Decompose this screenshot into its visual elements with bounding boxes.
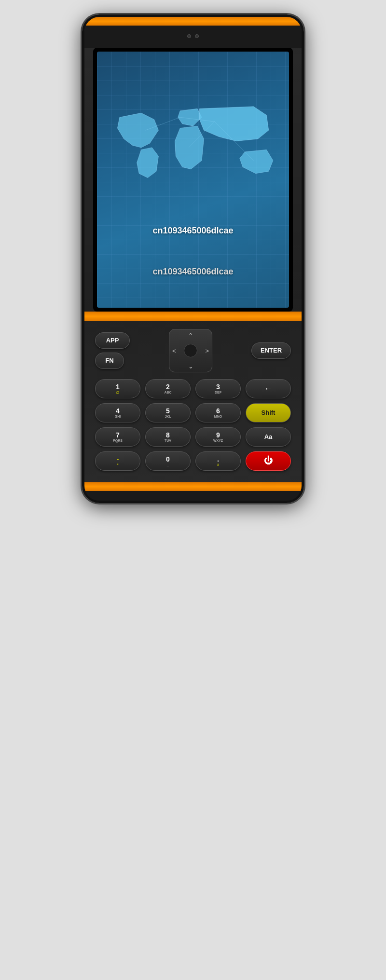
key-5-sub: JKL: [165, 415, 171, 418]
key-4-sub: GHI: [115, 415, 121, 418]
key-0-main: 0: [166, 456, 170, 463]
key-7-main: 7: [116, 432, 120, 438]
fn-button[interactable]: FN: [95, 353, 124, 369]
key-hash[interactable]: . #: [195, 451, 241, 471]
key-3-sub: DEF: [215, 391, 221, 394]
nav-left: APP FN: [95, 332, 130, 369]
numpad: 1 @ 2 ABC 3 DEF ← 4 GHI: [95, 379, 291, 471]
key-star[interactable]: - *: [95, 451, 140, 471]
key-9-sub: WXYZ: [213, 439, 223, 442]
key-star-main: -: [117, 456, 119, 463]
backspace-icon: ←: [264, 384, 272, 393]
key-8-sub: TUV: [165, 439, 171, 442]
key-0[interactable]: 0 _: [145, 451, 191, 471]
key-2[interactable]: 2 ABC: [145, 379, 191, 398]
screen-text-secondary: cn1093465006dlcae: [152, 267, 233, 277]
key-6[interactable]: 6 MNO: [195, 403, 241, 422]
aa-label: Aa: [264, 433, 273, 440]
dpad: ^ < > ⌄: [169, 329, 212, 372]
shift-button[interactable]: Shift: [246, 403, 291, 422]
key-9-main: 9: [216, 432, 220, 438]
key-7-sub: PQRS: [113, 439, 123, 442]
key-4[interactable]: 4 GHI: [95, 403, 140, 422]
dpad-up[interactable]: ^: [189, 331, 192, 339]
camera-area: [187, 34, 199, 38]
top-section: [84, 26, 302, 48]
key-8-main: 8: [166, 432, 170, 438]
key-2-sub: ABC: [164, 391, 171, 394]
key-0-sub: _: [167, 463, 169, 466]
key-6-sub: MNO: [214, 415, 222, 418]
key-1[interactable]: 1 @: [95, 379, 140, 398]
dpad-bg: ^ < > ⌄: [169, 329, 212, 372]
key-star-sub: *: [117, 463, 119, 466]
key-4-main: 4: [116, 408, 120, 414]
world-map: [107, 77, 279, 218]
screen[interactable]: cn1093465006dlcae cn1093465006dlcae: [97, 52, 289, 308]
side-button[interactable]: [302, 249, 304, 268]
enter-button[interactable]: ENTER: [251, 342, 291, 359]
app-button[interactable]: APP: [95, 332, 130, 349]
dpad-center[interactable]: [184, 344, 197, 357]
key-1-main: 1: [116, 383, 120, 390]
camera-dot-2: [195, 34, 199, 38]
power-button[interactable]: ⏻: [246, 451, 291, 471]
dpad-right[interactable]: >: [205, 347, 209, 354]
key-3[interactable]: 3 DEF: [195, 379, 241, 398]
backspace-button[interactable]: ←: [246, 379, 291, 398]
bottom-section: [84, 491, 302, 501]
dpad-down[interactable]: ⌄: [188, 363, 193, 370]
power-icon: ⏻: [264, 456, 273, 466]
device: cn1093465006dlcae cn1093465006dlcae APP …: [82, 14, 304, 503]
key-6-main: 6: [216, 408, 220, 414]
key-hash-sub: #: [217, 463, 219, 466]
device-body: cn1093465006dlcae cn1093465006dlcae APP …: [82, 14, 304, 503]
key-3-main: 3: [216, 383, 220, 390]
orange-band-mid: [84, 312, 302, 321]
aa-button[interactable]: Aa: [246, 427, 291, 447]
shift-label: Shift: [262, 409, 276, 416]
key-7[interactable]: 7 PQRS: [95, 427, 140, 447]
screen-text-primary: cn1093465006dlcae: [152, 226, 233, 236]
key-9[interactable]: 9 WXYZ: [195, 427, 241, 447]
orange-band-top: [84, 17, 302, 26]
key-5-main: 5: [166, 408, 170, 414]
key-2-main: 2: [166, 383, 170, 390]
key-1-sub: @: [116, 391, 120, 394]
key-5[interactable]: 5 JKL: [145, 403, 191, 422]
dpad-left[interactable]: <: [172, 347, 176, 354]
nav-row: APP FN ^ < > ⌄: [95, 329, 291, 372]
camera-dot-1: [187, 34, 191, 38]
screen-bezel: cn1093465006dlcae cn1093465006dlcae: [93, 48, 293, 312]
nav-right: ENTER: [251, 342, 291, 359]
key-8[interactable]: 8 TUV: [145, 427, 191, 447]
keypad-section: APP FN ^ < > ⌄: [84, 321, 302, 482]
orange-band-bottom: [84, 482, 302, 491]
key-hash-main: .: [217, 456, 219, 463]
